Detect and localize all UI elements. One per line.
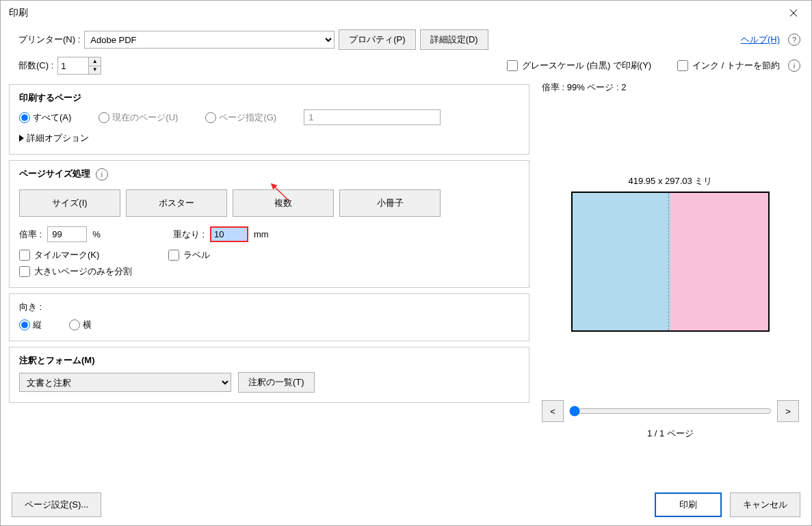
close-icon[interactable] bbox=[781, 3, 806, 23]
comments-select[interactable]: 文書と注釈 bbox=[19, 373, 231, 392]
orientation-portrait-radio[interactable]: 縦 bbox=[19, 319, 42, 331]
preview-slider[interactable] bbox=[569, 406, 772, 417]
pages-to-print-title: 印刷するページ bbox=[19, 92, 519, 104]
printer-select[interactable]: Adobe PDF bbox=[84, 31, 335, 49]
preview-dimensions: 419.95 x 297.03 ミリ bbox=[542, 175, 799, 187]
pages-all-radio[interactable]: すべて(A) bbox=[19, 111, 71, 124]
page-sizing-group: ページサイズ処理 i サイズ(I) ポスター 複数 小冊子 倍率 : % bbox=[9, 160, 529, 288]
orientation-title: 向き : bbox=[19, 301, 519, 313]
pages-current-radio[interactable]: 現在のページ(U) bbox=[99, 111, 178, 124]
printer-label: プリンター(N) : bbox=[18, 34, 80, 46]
pages-to-print-group: 印刷するページ すべて(A) 現在のページ(U) ページ指定(G) bbox=[9, 84, 529, 155]
advanced-button[interactable]: 詳細設定(D) bbox=[420, 29, 488, 50]
tab-booklet[interactable]: 小冊子 bbox=[339, 189, 441, 217]
grayscale-checkbox[interactable]: グレースケール (白黒) で印刷(Y) bbox=[507, 60, 651, 72]
more-options-toggle[interactable]: 詳細オプション bbox=[19, 132, 89, 144]
page-setup-button[interactable]: ページ設定(S)... bbox=[12, 492, 101, 517]
triangle-right-icon bbox=[19, 135, 24, 142]
comments-title: 注釈とフォーム(M) bbox=[19, 354, 519, 367]
preview-left-half bbox=[573, 193, 670, 330]
ink-info-icon[interactable]: i bbox=[788, 60, 800, 72]
pages-range-input[interactable] bbox=[304, 109, 441, 125]
orientation-landscape-radio[interactable]: 横 bbox=[69, 319, 92, 331]
labels-checkbox[interactable]: ラベル bbox=[168, 249, 210, 261]
preview-page-count: 1 / 1 ページ bbox=[542, 428, 799, 440]
properties-button[interactable]: プロパティ(P) bbox=[339, 29, 415, 50]
help-icon[interactable]: ? bbox=[788, 34, 800, 46]
orientation-group: 向き : 縦 横 bbox=[9, 293, 529, 341]
preview-page bbox=[571, 192, 770, 332]
copies-input[interactable] bbox=[58, 57, 88, 74]
scale-label: 倍率 : bbox=[19, 228, 42, 241]
scale-unit: % bbox=[92, 229, 101, 239]
dialog-title: 印刷 bbox=[9, 7, 28, 19]
scale-input[interactable] bbox=[47, 226, 87, 242]
page-sizing-info-icon[interactable]: i bbox=[96, 168, 108, 181]
tab-size[interactable]: サイズ(I) bbox=[19, 189, 120, 217]
summarize-comments-button[interactable]: 注釈の一覧(T) bbox=[238, 372, 315, 393]
cancel-button[interactable]: キャンセル bbox=[730, 492, 800, 517]
copies-down-button[interactable]: ▼ bbox=[89, 66, 101, 75]
tab-poster[interactable]: ポスター bbox=[126, 189, 227, 217]
help-link[interactable]: ヘルプ(H) bbox=[741, 34, 780, 46]
overlap-input[interactable] bbox=[210, 226, 248, 242]
overlap-unit: mm bbox=[254, 229, 269, 239]
preview-divider bbox=[668, 193, 669, 330]
copies-label: 部数(C) : bbox=[18, 60, 53, 72]
page-sizing-title: ページサイズ処理 bbox=[19, 168, 90, 180]
copies-up-button[interactable]: ▲ bbox=[89, 57, 101, 66]
tilemarks-checkbox[interactable]: タイルマーク(K) bbox=[19, 249, 156, 261]
preview-scale-info: 倍率 : 99% ページ : 2 bbox=[542, 81, 799, 94]
tab-multiple[interactable]: 複数 bbox=[233, 189, 334, 217]
pages-range-radio[interactable]: ページ指定(G) bbox=[205, 111, 276, 124]
preview-next-button[interactable]: > bbox=[777, 400, 799, 422]
preview-right-half bbox=[670, 193, 768, 330]
save-ink-checkbox[interactable]: インク / トナーを節約 bbox=[677, 60, 780, 72]
preview-prev-button[interactable]: < bbox=[542, 400, 564, 422]
overlap-label: 重なり : bbox=[173, 228, 205, 241]
split-large-checkbox[interactable]: 大きいページのみを分割 bbox=[19, 265, 132, 278]
print-button[interactable]: 印刷 bbox=[655, 492, 722, 517]
comments-group: 注釈とフォーム(M) 文書と注釈 注釈の一覧(T) bbox=[9, 347, 529, 403]
